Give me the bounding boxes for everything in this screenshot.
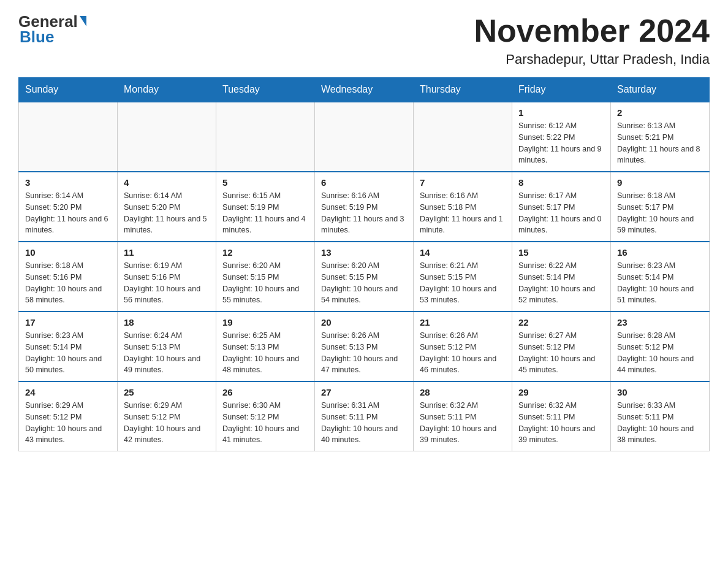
header-tuesday: Tuesday [216, 78, 315, 102]
day-info: Sunrise: 6:13 AMSunset: 5:21 PMDaylight:… [617, 120, 703, 166]
day-number: 18 [124, 317, 210, 327]
day-info: Sunrise: 6:26 AMSunset: 5:12 PMDaylight:… [420, 330, 506, 376]
calendar-day-cell: 9Sunrise: 6:18 AMSunset: 5:17 PMDaylight… [611, 172, 710, 242]
day-number: 8 [518, 177, 604, 188]
logo: General Blue [18, 12, 86, 47]
day-info: Sunrise: 6:29 AMSunset: 5:12 PMDaylight:… [25, 400, 111, 446]
calendar-day-cell: 3Sunrise: 6:14 AMSunset: 5:20 PMDaylight… [19, 172, 118, 242]
day-number: 28 [420, 387, 506, 397]
day-number: 7 [420, 177, 506, 188]
day-info: Sunrise: 6:15 AMSunset: 5:19 PMDaylight:… [222, 190, 308, 236]
calendar-day-cell: 8Sunrise: 6:17 AMSunset: 5:17 PMDaylight… [512, 172, 611, 242]
calendar-day-cell: 12Sunrise: 6:20 AMSunset: 5:15 PMDayligh… [216, 242, 315, 312]
calendar-day-cell: 4Sunrise: 6:14 AMSunset: 5:20 PMDaylight… [118, 172, 216, 242]
calendar-day-cell: 16Sunrise: 6:23 AMSunset: 5:14 PMDayligh… [611, 242, 710, 312]
calendar-day-cell [414, 102, 512, 172]
header-saturday: Saturday [611, 78, 710, 102]
day-number: 5 [222, 177, 308, 188]
day-info: Sunrise: 6:25 AMSunset: 5:13 PMDaylight:… [222, 330, 308, 376]
calendar-day-cell: 10Sunrise: 6:18 AMSunset: 5:16 PMDayligh… [19, 242, 118, 312]
calendar-day-cell: 11Sunrise: 6:19 AMSunset: 5:16 PMDayligh… [118, 242, 216, 312]
header-thursday: Thursday [414, 78, 512, 102]
day-info: Sunrise: 6:22 AMSunset: 5:14 PMDaylight:… [518, 260, 604, 306]
calendar-day-cell: 7Sunrise: 6:16 AMSunset: 5:18 PMDaylight… [414, 172, 512, 242]
day-number: 16 [617, 247, 703, 258]
day-number: 12 [222, 247, 308, 258]
day-number: 17 [25, 317, 111, 327]
day-number: 3 [25, 177, 111, 188]
calendar-day-cell: 26Sunrise: 6:30 AMSunset: 5:12 PMDayligh… [216, 381, 315, 451]
day-info: Sunrise: 6:14 AMSunset: 5:20 PMDaylight:… [124, 190, 210, 236]
day-info: Sunrise: 6:16 AMSunset: 5:19 PMDaylight:… [321, 190, 407, 236]
calendar-day-cell: 30Sunrise: 6:33 AMSunset: 5:11 PMDayligh… [611, 381, 710, 451]
day-number: 1 [518, 107, 604, 118]
header-wednesday: Wednesday [315, 78, 414, 102]
day-info: Sunrise: 6:23 AMSunset: 5:14 PMDaylight:… [25, 330, 111, 376]
calendar-week-row: 3Sunrise: 6:14 AMSunset: 5:20 PMDaylight… [19, 172, 710, 242]
day-number: 11 [124, 247, 210, 258]
calendar-day-cell: 13Sunrise: 6:20 AMSunset: 5:15 PMDayligh… [315, 242, 414, 312]
day-number: 24 [25, 387, 111, 397]
calendar-day-cell: 2Sunrise: 6:13 AMSunset: 5:21 PMDaylight… [611, 102, 710, 172]
title-area: November 2024 Parshadepur, Uttar Pradesh… [474, 12, 710, 67]
calendar-day-cell: 1Sunrise: 6:12 AMSunset: 5:22 PMDaylight… [512, 102, 611, 172]
calendar-week-row: 10Sunrise: 6:18 AMSunset: 5:16 PMDayligh… [19, 242, 710, 312]
calendar-day-cell: 19Sunrise: 6:25 AMSunset: 5:13 PMDayligh… [216, 312, 315, 381]
day-number: 6 [321, 177, 407, 188]
calendar-day-cell [315, 102, 414, 172]
calendar-day-cell [216, 102, 315, 172]
day-info: Sunrise: 6:32 AMSunset: 5:11 PMDaylight:… [420, 400, 506, 446]
calendar-day-cell: 29Sunrise: 6:32 AMSunset: 5:11 PMDayligh… [512, 381, 611, 451]
day-number: 20 [321, 317, 407, 327]
day-info: Sunrise: 6:27 AMSunset: 5:12 PMDaylight:… [518, 330, 604, 376]
day-info: Sunrise: 6:23 AMSunset: 5:14 PMDaylight:… [617, 260, 703, 306]
calendar-day-cell [19, 102, 118, 172]
day-number: 23 [617, 317, 703, 327]
day-number: 21 [420, 317, 506, 327]
day-info: Sunrise: 6:29 AMSunset: 5:12 PMDaylight:… [124, 400, 210, 446]
header-monday: Monday [118, 78, 216, 102]
day-info: Sunrise: 6:26 AMSunset: 5:13 PMDaylight:… [321, 330, 407, 376]
day-info: Sunrise: 6:30 AMSunset: 5:12 PMDaylight:… [222, 400, 308, 446]
calendar-day-cell: 6Sunrise: 6:16 AMSunset: 5:19 PMDaylight… [315, 172, 414, 242]
day-info: Sunrise: 6:16 AMSunset: 5:18 PMDaylight:… [420, 190, 506, 236]
calendar-day-cell: 23Sunrise: 6:28 AMSunset: 5:12 PMDayligh… [611, 312, 710, 381]
day-info: Sunrise: 6:17 AMSunset: 5:17 PMDaylight:… [518, 190, 604, 236]
day-number: 30 [617, 387, 703, 397]
day-info: Sunrise: 6:32 AMSunset: 5:11 PMDaylight:… [518, 400, 604, 446]
day-info: Sunrise: 6:19 AMSunset: 5:16 PMDaylight:… [124, 260, 210, 306]
calendar-day-cell: 25Sunrise: 6:29 AMSunset: 5:12 PMDayligh… [118, 381, 216, 451]
day-number: 15 [518, 247, 604, 258]
day-info: Sunrise: 6:18 AMSunset: 5:17 PMDaylight:… [617, 190, 703, 236]
day-info: Sunrise: 6:18 AMSunset: 5:16 PMDaylight:… [25, 260, 111, 306]
day-number: 25 [124, 387, 210, 397]
calendar-header-row: Sunday Monday Tuesday Wednesday Thursday… [19, 78, 710, 102]
calendar-week-row: 1Sunrise: 6:12 AMSunset: 5:22 PMDaylight… [19, 102, 710, 172]
calendar-day-cell: 15Sunrise: 6:22 AMSunset: 5:14 PMDayligh… [512, 242, 611, 312]
header-friday: Friday [512, 78, 611, 102]
day-info: Sunrise: 6:14 AMSunset: 5:20 PMDaylight:… [25, 190, 111, 236]
calendar-day-cell: 5Sunrise: 6:15 AMSunset: 5:19 PMDaylight… [216, 172, 315, 242]
day-number: 10 [25, 247, 111, 258]
day-info: Sunrise: 6:21 AMSunset: 5:15 PMDaylight:… [420, 260, 506, 306]
day-info: Sunrise: 6:31 AMSunset: 5:11 PMDaylight:… [321, 400, 407, 446]
calendar-day-cell: 14Sunrise: 6:21 AMSunset: 5:15 PMDayligh… [414, 242, 512, 312]
calendar-day-cell: 28Sunrise: 6:32 AMSunset: 5:11 PMDayligh… [414, 381, 512, 451]
day-info: Sunrise: 6:20 AMSunset: 5:15 PMDaylight:… [321, 260, 407, 306]
day-number: 2 [617, 107, 703, 118]
calendar-table: Sunday Monday Tuesday Wednesday Thursday… [18, 77, 710, 451]
calendar-day-cell: 17Sunrise: 6:23 AMSunset: 5:14 PMDayligh… [19, 312, 118, 381]
day-number: 9 [617, 177, 703, 188]
calendar-day-cell: 21Sunrise: 6:26 AMSunset: 5:12 PMDayligh… [414, 312, 512, 381]
calendar-day-cell: 18Sunrise: 6:24 AMSunset: 5:13 PMDayligh… [118, 312, 216, 381]
day-number: 14 [420, 247, 506, 258]
day-info: Sunrise: 6:24 AMSunset: 5:13 PMDaylight:… [124, 330, 210, 376]
calendar-day-cell: 24Sunrise: 6:29 AMSunset: 5:12 PMDayligh… [19, 381, 118, 451]
day-number: 13 [321, 247, 407, 258]
calendar-title: November 2024 [474, 12, 710, 49]
day-number: 26 [222, 387, 308, 397]
header: General Blue November 2024 Parshadepur, … [18, 12, 710, 67]
calendar-day-cell: 20Sunrise: 6:26 AMSunset: 5:13 PMDayligh… [315, 312, 414, 381]
day-number: 4 [124, 177, 210, 188]
calendar-week-row: 24Sunrise: 6:29 AMSunset: 5:12 PMDayligh… [19, 381, 710, 451]
